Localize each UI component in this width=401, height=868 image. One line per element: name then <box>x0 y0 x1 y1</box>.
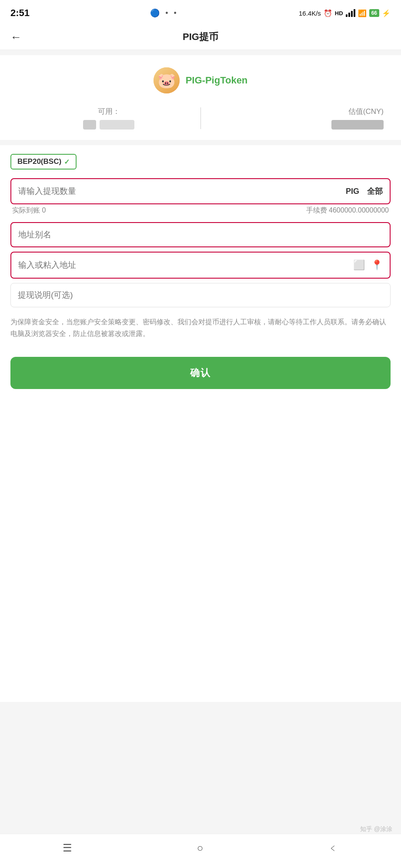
form-section: BEP20(BSC) ✓ PIG 全部 实际到账 0 手续费 4600000.0… <box>0 145 401 398</box>
back-button[interactable]: ← <box>10 31 22 43</box>
amount-input[interactable] <box>18 186 346 196</box>
watermark: 知乎 @涂涂 <box>360 825 392 833</box>
wifi-icon: 📶 <box>358 9 367 17</box>
balance-bar-md <box>100 120 134 130</box>
home-button[interactable]: ○ <box>197 842 204 854</box>
network-badge[interactable]: BEP20(BSC) ✓ <box>10 154 77 170</box>
alias-input[interactable] <box>18 230 383 239</box>
alias-input-container <box>10 222 391 247</box>
alarm-icon: ⏰ <box>324 9 332 17</box>
status-dots: 🔵 • • <box>150 8 178 18</box>
menu-button[interactable]: ☰ <box>63 842 72 854</box>
header: ← PIG提币 <box>0 24 401 50</box>
balance-row: 可用： 估值(CNY) <box>13 106 388 130</box>
remark-input[interactable] <box>18 290 383 300</box>
token-avatar: 🐷 <box>154 67 180 93</box>
remark-input-container <box>10 283 391 307</box>
actual-amount: 实际到账 0 <box>12 206 46 215</box>
status-right: 16.4K/s ⏰ HD 📶 66 ⚡ <box>299 9 391 17</box>
amount-currency: PIG <box>346 187 359 196</box>
balance-bar-lg <box>331 120 384 130</box>
estimate-balance-col: 估值(CNY) <box>201 106 384 130</box>
token-info: 🐷 PIG-PigToken <box>13 67 388 93</box>
all-button[interactable]: 全部 <box>367 186 383 196</box>
confirm-button[interactable]: 确认 <box>10 357 391 389</box>
balance-bar-sm <box>83 120 96 130</box>
wechat-icon: 🔵 <box>150 9 161 17</box>
fee-row: 实际到账 0 手续费 4600000.00000000 <box>10 206 391 215</box>
time: 2:51 <box>10 7 30 19</box>
address-icons: ⬜ 📍 <box>353 259 383 271</box>
network-label: BEP20(BSC) <box>17 157 61 166</box>
fee-amount: 手续费 4600000.00000000 <box>306 206 389 215</box>
pig-icon: 🐷 <box>154 67 180 93</box>
token-section: 🐷 PIG-PigToken 可用： 估值(CNY) <box>0 55 401 140</box>
address-input-container: ⬜ 📍 <box>10 252 391 279</box>
available-label: 可用： <box>98 106 120 116</box>
status-bar: 2:51 🔵 • • 16.4K/s ⏰ HD 📶 66 ⚡ <box>0 0 401 24</box>
location-icon[interactable]: 📍 <box>371 259 383 271</box>
page-title: PIG提币 <box>183 30 218 43</box>
bottom-area <box>0 398 401 702</box>
address-input[interactable] <box>18 260 353 270</box>
network-speed: 16.4K/s <box>299 10 321 17</box>
charging-icon: ⚡ <box>382 9 391 17</box>
estimate-label: 估值(CNY) <box>348 106 384 116</box>
scan-icon[interactable]: ⬜ <box>353 259 365 271</box>
token-name: PIG-PigToken <box>186 75 248 86</box>
battery-icon: 66 <box>369 9 379 17</box>
check-icon: ✓ <box>64 158 70 166</box>
amount-input-container: PIG 全部 <box>10 178 391 204</box>
signal-icon <box>346 9 355 17</box>
back-nav-button[interactable]: ﹤ <box>328 841 338 855</box>
bottom-nav: ☰ ○ ﹤ <box>0 834 401 868</box>
available-balance-col: 可用： <box>17 106 200 130</box>
hd-icon: HD <box>335 10 343 17</box>
notice-text: 为保障资金安全，当您账户安全策略变更、密码修改、我们会对提币进行人工审核，请耐心… <box>10 316 391 339</box>
